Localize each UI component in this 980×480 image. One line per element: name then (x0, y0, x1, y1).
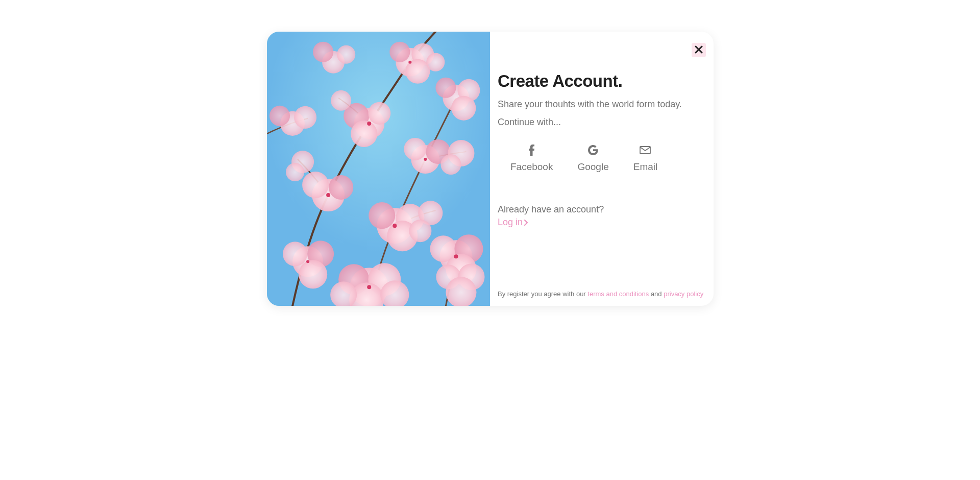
svg-point-58 (408, 61, 411, 64)
svg-point-55 (393, 224, 397, 228)
privacy-policy-link[interactable]: privacy policy (664, 290, 703, 298)
facebook-button[interactable]: Facebook (510, 144, 553, 173)
signup-card: Create Account. Share your thouhts with … (267, 32, 714, 306)
close-icon (695, 44, 703, 56)
login-link-text: Log in (498, 217, 523, 228)
terms-connector: and (649, 290, 664, 298)
svg-point-59 (454, 254, 458, 258)
svg-point-3 (389, 42, 410, 62)
svg-point-56 (424, 158, 427, 161)
facebook-label: Facebook (510, 161, 553, 173)
svg-point-13 (329, 175, 353, 200)
svg-point-12 (302, 172, 329, 198)
svg-point-9 (351, 121, 377, 147)
svg-point-18 (369, 202, 395, 229)
svg-point-45 (270, 106, 290, 126)
svg-point-15 (286, 163, 304, 181)
email-label: Email (633, 161, 658, 173)
google-icon (588, 144, 598, 156)
svg-point-24 (404, 138, 426, 160)
svg-point-52 (337, 45, 355, 64)
card-content-panel: Create Account. Share your thouhts with … (490, 32, 714, 306)
page-title: Create Account. (498, 71, 706, 91)
google-label: Google (577, 161, 608, 173)
svg-point-21 (409, 220, 431, 242)
svg-point-54 (367, 122, 371, 126)
svg-point-46 (294, 106, 316, 129)
email-button[interactable]: Email (633, 144, 658, 173)
svg-point-57 (326, 193, 330, 197)
svg-point-5 (426, 53, 445, 71)
svg-point-10 (331, 90, 351, 111)
svg-point-8 (368, 102, 390, 125)
facebook-icon (529, 144, 534, 156)
svg-point-50 (451, 96, 476, 121)
social-buttons-row: Facebook Google Email (498, 144, 706, 173)
terms-conditions-link[interactable]: terms and conditions (587, 290, 649, 298)
login-link[interactable]: Log in (498, 217, 529, 228)
svg-point-61 (306, 260, 309, 263)
card-image-panel (267, 32, 491, 306)
svg-point-60 (367, 285, 371, 289)
subtitle-text: Share your thouhts with the world form t… (498, 99, 706, 110)
terms-prefix: By register you agree with our (498, 290, 587, 298)
svg-point-28 (283, 242, 307, 266)
svg-point-26 (440, 154, 461, 175)
google-button[interactable]: Google (577, 144, 608, 173)
terms-text: By register you agree with our terms and… (498, 289, 706, 299)
envelope-icon (640, 144, 651, 156)
continue-label: Continue with... (498, 117, 706, 128)
svg-point-49 (435, 78, 456, 98)
close-button[interactable] (692, 43, 706, 57)
already-account-text: Already have an account? (498, 204, 706, 215)
svg-point-30 (299, 260, 327, 289)
chevron-right-icon (524, 219, 529, 226)
svg-point-53 (313, 42, 333, 62)
